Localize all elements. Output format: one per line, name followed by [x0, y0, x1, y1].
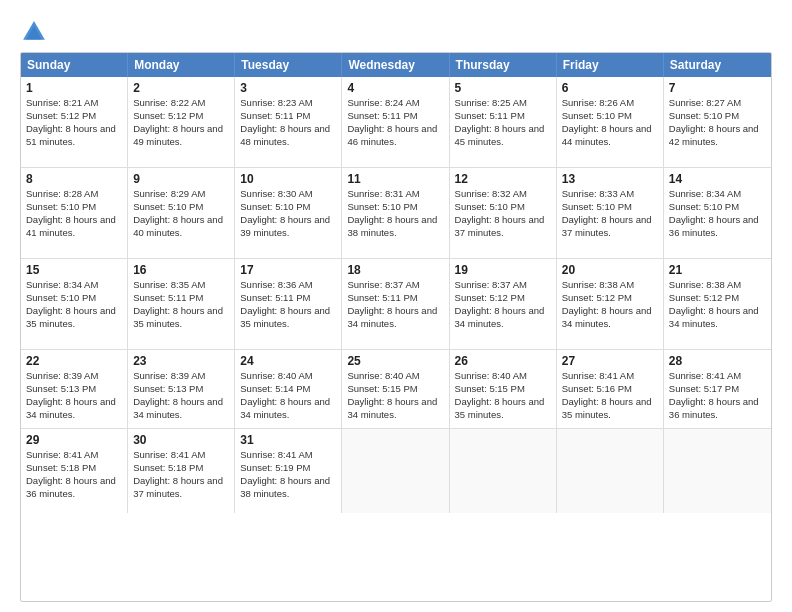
day-number: 25	[347, 353, 443, 369]
day-info: Sunrise: 8:41 AMSunset: 5:16 PMDaylight:…	[562, 370, 652, 419]
day-number: 2	[133, 80, 229, 96]
cal-cell-5-5	[557, 429, 664, 513]
cal-cell-1-0: 1Sunrise: 8:21 AMSunset: 5:12 PMDaylight…	[21, 77, 128, 167]
cal-cell-3-6: 21Sunrise: 8:38 AMSunset: 5:12 PMDayligh…	[664, 259, 771, 349]
day-info: Sunrise: 8:32 AMSunset: 5:10 PMDaylight:…	[455, 188, 545, 237]
cal-cell-1-4: 5Sunrise: 8:25 AMSunset: 5:11 PMDaylight…	[450, 77, 557, 167]
header-day-wednesday: Wednesday	[342, 53, 449, 77]
cal-cell-2-2: 10Sunrise: 8:30 AMSunset: 5:10 PMDayligh…	[235, 168, 342, 258]
logo-icon	[20, 18, 48, 46]
cal-cell-4-4: 26Sunrise: 8:40 AMSunset: 5:15 PMDayligh…	[450, 350, 557, 428]
day-number: 28	[669, 353, 766, 369]
day-number: 18	[347, 262, 443, 278]
cal-cell-3-2: 17Sunrise: 8:36 AMSunset: 5:11 PMDayligh…	[235, 259, 342, 349]
day-info: Sunrise: 8:38 AMSunset: 5:12 PMDaylight:…	[562, 279, 652, 328]
day-number: 9	[133, 171, 229, 187]
cal-cell-2-3: 11Sunrise: 8:31 AMSunset: 5:10 PMDayligh…	[342, 168, 449, 258]
cal-cell-5-4	[450, 429, 557, 513]
cal-cell-3-3: 18Sunrise: 8:37 AMSunset: 5:11 PMDayligh…	[342, 259, 449, 349]
cal-cell-5-6	[664, 429, 771, 513]
day-number: 5	[455, 80, 551, 96]
cal-cell-2-1: 9Sunrise: 8:29 AMSunset: 5:10 PMDaylight…	[128, 168, 235, 258]
header-day-friday: Friday	[557, 53, 664, 77]
header-day-monday: Monday	[128, 53, 235, 77]
day-number: 15	[26, 262, 122, 278]
day-info: Sunrise: 8:27 AMSunset: 5:10 PMDaylight:…	[669, 97, 759, 146]
day-number: 11	[347, 171, 443, 187]
day-info: Sunrise: 8:41 AMSunset: 5:18 PMDaylight:…	[26, 449, 116, 498]
cal-cell-1-1: 2Sunrise: 8:22 AMSunset: 5:12 PMDaylight…	[128, 77, 235, 167]
day-number: 10	[240, 171, 336, 187]
top-bar	[20, 18, 772, 46]
cal-row-1: 1Sunrise: 8:21 AMSunset: 5:12 PMDaylight…	[21, 77, 771, 167]
day-info: Sunrise: 8:39 AMSunset: 5:13 PMDaylight:…	[133, 370, 223, 419]
day-number: 26	[455, 353, 551, 369]
day-info: Sunrise: 8:30 AMSunset: 5:10 PMDaylight:…	[240, 188, 330, 237]
day-number: 31	[240, 432, 336, 448]
day-info: Sunrise: 8:31 AMSunset: 5:10 PMDaylight:…	[347, 188, 437, 237]
day-info: Sunrise: 8:38 AMSunset: 5:12 PMDaylight:…	[669, 279, 759, 328]
cal-cell-4-5: 27Sunrise: 8:41 AMSunset: 5:16 PMDayligh…	[557, 350, 664, 428]
day-info: Sunrise: 8:29 AMSunset: 5:10 PMDaylight:…	[133, 188, 223, 237]
day-number: 7	[669, 80, 766, 96]
day-info: Sunrise: 8:40 AMSunset: 5:15 PMDaylight:…	[455, 370, 545, 419]
day-info: Sunrise: 8:24 AMSunset: 5:11 PMDaylight:…	[347, 97, 437, 146]
day-number: 14	[669, 171, 766, 187]
cal-cell-5-3	[342, 429, 449, 513]
day-number: 23	[133, 353, 229, 369]
day-info: Sunrise: 8:36 AMSunset: 5:11 PMDaylight:…	[240, 279, 330, 328]
calendar: SundayMondayTuesdayWednesdayThursdayFrid…	[20, 52, 772, 602]
cal-cell-5-2: 31Sunrise: 8:41 AMSunset: 5:19 PMDayligh…	[235, 429, 342, 513]
cal-row-2: 8Sunrise: 8:28 AMSunset: 5:10 PMDaylight…	[21, 167, 771, 258]
day-info: Sunrise: 8:28 AMSunset: 5:10 PMDaylight:…	[26, 188, 116, 237]
cal-row-5: 29Sunrise: 8:41 AMSunset: 5:18 PMDayligh…	[21, 428, 771, 513]
cal-cell-1-6: 7Sunrise: 8:27 AMSunset: 5:10 PMDaylight…	[664, 77, 771, 167]
day-info: Sunrise: 8:22 AMSunset: 5:12 PMDaylight:…	[133, 97, 223, 146]
day-info: Sunrise: 8:41 AMSunset: 5:19 PMDaylight:…	[240, 449, 330, 498]
day-number: 30	[133, 432, 229, 448]
day-info: Sunrise: 8:39 AMSunset: 5:13 PMDaylight:…	[26, 370, 116, 419]
day-number: 27	[562, 353, 658, 369]
cal-cell-2-4: 12Sunrise: 8:32 AMSunset: 5:10 PMDayligh…	[450, 168, 557, 258]
day-number: 20	[562, 262, 658, 278]
cal-cell-5-0: 29Sunrise: 8:41 AMSunset: 5:18 PMDayligh…	[21, 429, 128, 513]
cal-cell-4-0: 22Sunrise: 8:39 AMSunset: 5:13 PMDayligh…	[21, 350, 128, 428]
cal-cell-3-0: 15Sunrise: 8:34 AMSunset: 5:10 PMDayligh…	[21, 259, 128, 349]
day-info: Sunrise: 8:37 AMSunset: 5:12 PMDaylight:…	[455, 279, 545, 328]
day-info: Sunrise: 8:41 AMSunset: 5:17 PMDaylight:…	[669, 370, 759, 419]
cal-row-4: 22Sunrise: 8:39 AMSunset: 5:13 PMDayligh…	[21, 349, 771, 428]
logo	[20, 18, 52, 46]
day-number: 4	[347, 80, 443, 96]
cal-cell-3-1: 16Sunrise: 8:35 AMSunset: 5:11 PMDayligh…	[128, 259, 235, 349]
day-info: Sunrise: 8:21 AMSunset: 5:12 PMDaylight:…	[26, 97, 116, 146]
day-info: Sunrise: 8:34 AMSunset: 5:10 PMDaylight:…	[26, 279, 116, 328]
day-number: 16	[133, 262, 229, 278]
day-number: 29	[26, 432, 122, 448]
cal-cell-2-0: 8Sunrise: 8:28 AMSunset: 5:10 PMDaylight…	[21, 168, 128, 258]
cal-cell-1-5: 6Sunrise: 8:26 AMSunset: 5:10 PMDaylight…	[557, 77, 664, 167]
day-number: 1	[26, 80, 122, 96]
day-info: Sunrise: 8:40 AMSunset: 5:14 PMDaylight:…	[240, 370, 330, 419]
day-info: Sunrise: 8:37 AMSunset: 5:11 PMDaylight:…	[347, 279, 437, 328]
day-number: 12	[455, 171, 551, 187]
calendar-header: SundayMondayTuesdayWednesdayThursdayFrid…	[21, 53, 771, 77]
day-info: Sunrise: 8:33 AMSunset: 5:10 PMDaylight:…	[562, 188, 652, 237]
day-info: Sunrise: 8:40 AMSunset: 5:15 PMDaylight:…	[347, 370, 437, 419]
cal-cell-1-3: 4Sunrise: 8:24 AMSunset: 5:11 PMDaylight…	[342, 77, 449, 167]
day-number: 6	[562, 80, 658, 96]
day-number: 21	[669, 262, 766, 278]
cal-cell-4-6: 28Sunrise: 8:41 AMSunset: 5:17 PMDayligh…	[664, 350, 771, 428]
header-day-thursday: Thursday	[450, 53, 557, 77]
cal-cell-4-3: 25Sunrise: 8:40 AMSunset: 5:15 PMDayligh…	[342, 350, 449, 428]
cal-row-3: 15Sunrise: 8:34 AMSunset: 5:10 PMDayligh…	[21, 258, 771, 349]
day-info: Sunrise: 8:35 AMSunset: 5:11 PMDaylight:…	[133, 279, 223, 328]
calendar-body: 1Sunrise: 8:21 AMSunset: 5:12 PMDaylight…	[21, 77, 771, 513]
cal-cell-5-1: 30Sunrise: 8:41 AMSunset: 5:18 PMDayligh…	[128, 429, 235, 513]
day-number: 17	[240, 262, 336, 278]
header-day-sunday: Sunday	[21, 53, 128, 77]
page: SundayMondayTuesdayWednesdayThursdayFrid…	[0, 0, 792, 612]
header-day-tuesday: Tuesday	[235, 53, 342, 77]
cal-cell-4-1: 23Sunrise: 8:39 AMSunset: 5:13 PMDayligh…	[128, 350, 235, 428]
day-info: Sunrise: 8:23 AMSunset: 5:11 PMDaylight:…	[240, 97, 330, 146]
cal-cell-3-4: 19Sunrise: 8:37 AMSunset: 5:12 PMDayligh…	[450, 259, 557, 349]
